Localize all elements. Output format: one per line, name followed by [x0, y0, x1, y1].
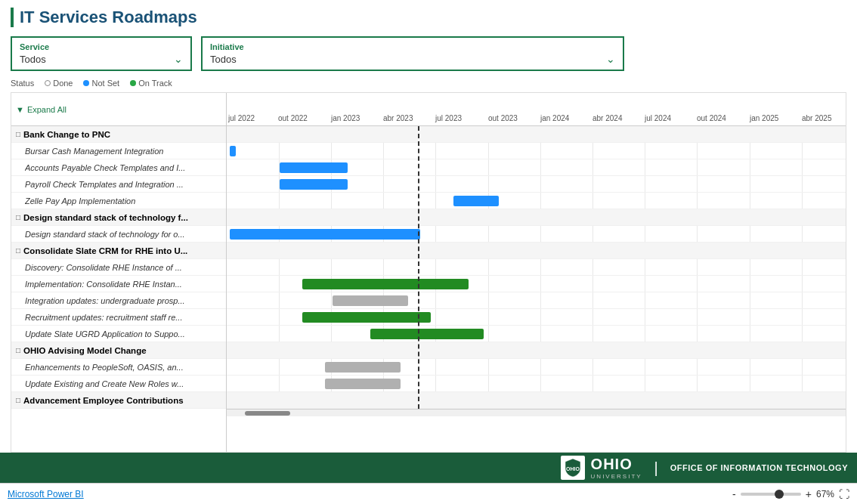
group-row-slate: □ Consolidate Slate CRM for RHE into U..…	[11, 243, 226, 259]
month-label: out 2024	[697, 114, 726, 122]
gantt-bar	[325, 362, 401, 373]
task-name: Accounts Payable Check Templates and I..…	[25, 163, 185, 172]
fullscreen-button[interactable]: ⛶	[839, 488, 849, 500]
task-name: Recruitment updates: recruitment staff r…	[25, 313, 182, 322]
notset-label: Not Set	[91, 79, 119, 88]
done-label: Done	[53, 79, 73, 88]
scroll-thumb[interactable]	[245, 411, 290, 416]
filters-row: Service Todos ⌄ Initiative Todos ⌄	[11, 36, 846, 71]
gantt-bar	[302, 312, 431, 323]
gantt-row	[227, 376, 846, 392]
gantt-row	[227, 126, 846, 143]
gantt-bar	[230, 146, 236, 156]
group-toggle-slate[interactable]: □	[16, 246, 20, 255]
initiative-filter[interactable]: Initiative Todos ⌄	[201, 36, 624, 71]
ontrack-label: On Track	[138, 79, 172, 88]
group-name-design: Design standard stack of technology f...	[23, 213, 188, 222]
gantt-row	[227, 243, 846, 259]
list-item: Design standard stack of technology for …	[11, 226, 226, 243]
gantt-bar	[280, 162, 348, 173]
zoom-slider[interactable]	[741, 493, 801, 496]
list-item: Enhancements to PeopleSoft, OASIS, an...	[11, 359, 226, 376]
group-row-advancement: □ Advancement Employee Contributions	[11, 392, 226, 409]
month-label: jul 2023	[435, 114, 462, 122]
status-label: Status	[11, 79, 34, 88]
gantt-row	[227, 309, 846, 326]
powerbi-link[interactable]: Microsoft Power BI	[8, 489, 84, 499]
gantt-body	[227, 126, 846, 409]
group-toggle-bank[interactable]: □	[16, 130, 20, 138]
month-label: out 2023	[488, 114, 518, 122]
task-name: Discovery: Consolidate RHE Instance of .…	[25, 263, 182, 272]
gantt-row	[227, 159, 846, 176]
group-row-design: □ Design standard stack of technology f.…	[11, 209, 226, 226]
university-sub-text: UNIVERSITY	[591, 473, 642, 480]
list-item: Payroll Check Templates and Integration …	[11, 176, 226, 193]
notset-dot	[83, 80, 89, 86]
group-row-bank: □ Bank Change to PNC	[11, 126, 226, 143]
gantt-row	[227, 342, 846, 359]
gantt-chart: ▼ Expand All □ Bank Change to PNC Bursar…	[11, 92, 846, 453]
task-name: Update Slate UGRD Application to Suppo..…	[25, 329, 185, 339]
bottom-bar: Microsoft Power BI - + 67% ⛶	[0, 483, 857, 504]
expand-all-label: Expand All	[27, 105, 67, 114]
month-label: jul 2022	[228, 114, 255, 122]
group-name-bank: Bank Change to PNC	[23, 130, 110, 139]
initiative-filter-label: Initiative	[210, 42, 615, 51]
gantt-bar	[302, 279, 469, 289]
zoom-in-button[interactable]: +	[806, 488, 812, 500]
initiative-filter-value: Todos	[210, 54, 237, 65]
footer-office-text: OFFICE OF INFORMATION TECHNOLOGY	[670, 463, 848, 472]
group-toggle-design[interactable]: □	[16, 213, 20, 221]
svg-text:OHIO: OHIO	[566, 466, 580, 472]
task-header: ▼ Expand All	[11, 93, 226, 126]
month-label: jan 2024	[540, 114, 569, 122]
gantt-bar	[325, 379, 401, 389]
zoom-thumb	[775, 490, 784, 499]
task-name: Zelle Pay App Implementation	[25, 196, 135, 206]
list-item: Bursar Cash Management Integration	[11, 143, 226, 159]
group-row-advising: □ OHIO Advising Model Change	[11, 342, 226, 359]
list-item: Integration updates: undergraduate prosp…	[11, 292, 226, 309]
gantt-bar	[370, 329, 484, 339]
group-toggle-advising[interactable]: □	[16, 346, 20, 354]
gantt-row	[227, 326, 846, 342]
today-line	[418, 126, 419, 409]
gantt-row	[227, 392, 846, 409]
gantt-bar	[333, 295, 408, 306]
service-chevron-icon: ⌄	[174, 53, 183, 65]
month-label: jan 2023	[331, 114, 360, 122]
done-dot	[45, 80, 51, 86]
gantt-row	[227, 276, 846, 292]
horizontal-scrollbar[interactable]	[227, 409, 846, 416]
gantt-row	[227, 359, 846, 376]
service-filter[interactable]: Service Todos ⌄	[11, 36, 192, 71]
ontrack-dot	[130, 80, 136, 86]
timeline-header: jul 2022 out 2022 jan 2023 abr 2023 jul …	[227, 93, 846, 126]
task-name: Payroll Check Templates and Integration …	[25, 180, 184, 189]
month-label: abr 2025	[802, 114, 831, 122]
list-item: Zelle Pay App Implementation	[11, 193, 226, 209]
gantt-row	[227, 193, 846, 209]
collapse-icon: ▼	[16, 105, 24, 114]
task-name: Implementation: Consolidate RHE Instan..…	[25, 280, 182, 289]
group-name-advancement: Advancement Employee Contributions	[23, 396, 184, 405]
service-filter-value: Todos	[20, 54, 46, 65]
group-name-slate: Consolidate Slate CRM for RHE into U...	[23, 246, 187, 255]
expand-all-button[interactable]: ▼ Expand All	[16, 105, 67, 114]
task-name: Design standard stack of technology for …	[25, 230, 185, 239]
list-item: Accounts Payable Check Templates and I..…	[11, 159, 226, 176]
gantt-row	[227, 176, 846, 193]
gantt-row	[227, 209, 846, 226]
zoom-out-button[interactable]: -	[732, 488, 736, 500]
group-name-advising: OHIO Advising Model Change	[23, 346, 147, 355]
gantt-bar	[280, 179, 348, 190]
status-legend: Status Done Not Set On Track	[11, 79, 846, 88]
list-item: Update Existing and Create New Roles w..…	[11, 376, 226, 392]
month-label: jul 2024	[645, 114, 671, 122]
zoom-controls: - + 67% ⛶	[732, 488, 849, 500]
group-toggle-advancement[interactable]: □	[16, 396, 20, 404]
timeline-panel: jul 2022 out 2022 jan 2023 abr 2023 jul …	[227, 93, 846, 452]
task-panel: ▼ Expand All □ Bank Change to PNC Bursar…	[11, 93, 227, 452]
gantt-row	[227, 259, 846, 276]
